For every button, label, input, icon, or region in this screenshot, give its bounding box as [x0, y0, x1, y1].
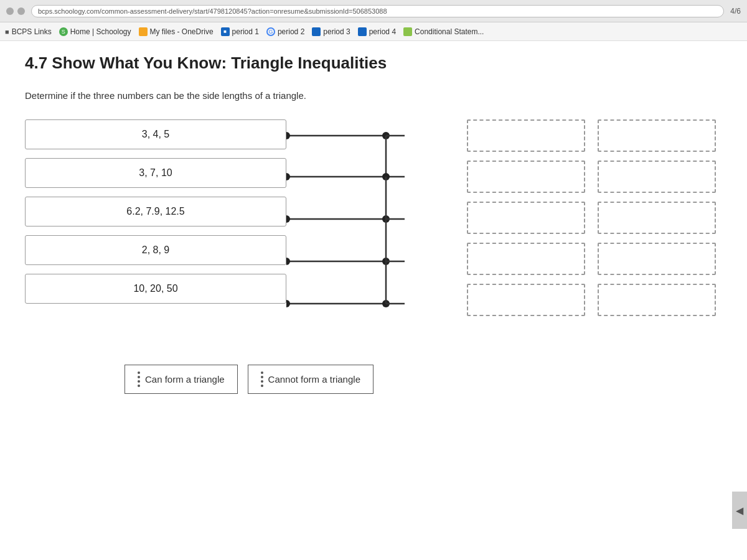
- target-box-2-3[interactable]: [598, 202, 716, 234]
- bookmark-home-schoology[interactable]: S Home | Schoology: [59, 27, 131, 36]
- bookmark-period-4[interactable]: period 4: [358, 27, 396, 36]
- browser-window-controls: [6, 7, 25, 15]
- item-row-5[interactable]: 10, 20, 50: [25, 274, 286, 304]
- bookmark-period-3[interactable]: period 3: [312, 27, 350, 36]
- connector-svg: [286, 119, 461, 331]
- legend-can-form[interactable]: Can form a triangle: [125, 365, 238, 394]
- instructions: Determine if the three numbers can be th…: [25, 90, 722, 101]
- legend-dots-1: [138, 371, 140, 387]
- target-box-2-1[interactable]: [598, 119, 716, 152]
- bookmark-bcps-links[interactable]: ■ BCPS Links: [5, 27, 52, 36]
- connector-area: [286, 119, 461, 334]
- item-row-1[interactable]: 3, 4, 5: [25, 119, 286, 149]
- bookmark-period-1[interactable]: ■ period 1: [221, 27, 259, 36]
- svg-point-21: [286, 300, 290, 307]
- target-box-1-1[interactable]: [467, 119, 585, 152]
- matching-activity: 3, 4, 5 3, 7, 10 6.2, 7.9, 12.5 2, 8, 9 …: [25, 119, 722, 334]
- svg-point-8: [286, 173, 290, 180]
- svg-point-11: [286, 215, 290, 223]
- svg-point-16: [286, 258, 290, 265]
- item-row-4[interactable]: 2, 8, 9: [25, 235, 286, 265]
- bookmark-my-files[interactable]: My files - OneDrive: [139, 27, 214, 36]
- target-box-1-4[interactable]: [467, 243, 585, 275]
- page-counter: 4/6: [730, 7, 741, 16]
- conditional-icon: [403, 27, 412, 36]
- items-column: 3, 4, 5 3, 7, 10 6.2, 7.9, 12.5 2, 8, 9 …: [25, 119, 286, 304]
- period1-icon: ■: [221, 27, 230, 36]
- scroll-arrow[interactable]: ◀: [732, 492, 747, 529]
- legend-dots-2: [261, 371, 263, 387]
- target-box-1-3[interactable]: [467, 202, 585, 234]
- address-bar[interactable]: bcps.schoology.com/common-assessment-del…: [31, 5, 724, 17]
- target-box-2-2[interactable]: [598, 161, 716, 193]
- targets-columns: [461, 119, 716, 316]
- onedrive-icon: [139, 27, 148, 36]
- target-box-1-5[interactable]: [467, 284, 585, 316]
- svg-point-2: [286, 132, 290, 139]
- bookmarks-bar: ■ BCPS Links S Home | Schoology My files…: [0, 22, 747, 41]
- maximize-icon[interactable]: [17, 7, 25, 15]
- target-column-2: [591, 119, 716, 316]
- item-row-3[interactable]: 6.2, 7.9, 12.5: [25, 197, 286, 226]
- bookmark-period-2[interactable]: G period 2: [266, 27, 304, 36]
- item-row-2[interactable]: 3, 7, 10: [25, 158, 286, 188]
- schoology-icon: S: [59, 27, 68, 36]
- legend-cannot-form[interactable]: Cannot form a triangle: [248, 365, 374, 394]
- target-box-2-4[interactable]: [598, 243, 716, 275]
- period4-icon: [358, 27, 367, 36]
- target-box-1-2[interactable]: [467, 161, 585, 193]
- legend: Can form a triangle Cannot form a triang…: [125, 365, 722, 394]
- browser-bar: bcps.schoology.com/common-assessment-del…: [0, 0, 747, 22]
- target-column-1: [461, 119, 585, 316]
- target-box-2-5[interactable]: [598, 284, 716, 316]
- page-title: 4.7 Show What You Know: Triangle Inequal…: [25, 54, 722, 73]
- content-area: 4.7 Show What You Know: Triangle Inequal…: [0, 41, 747, 560]
- period3-icon: [312, 27, 321, 36]
- bookmark-conditional[interactable]: Conditional Statem...: [403, 27, 484, 36]
- minimize-icon[interactable]: [6, 7, 14, 15]
- period2-icon: G: [266, 27, 275, 36]
